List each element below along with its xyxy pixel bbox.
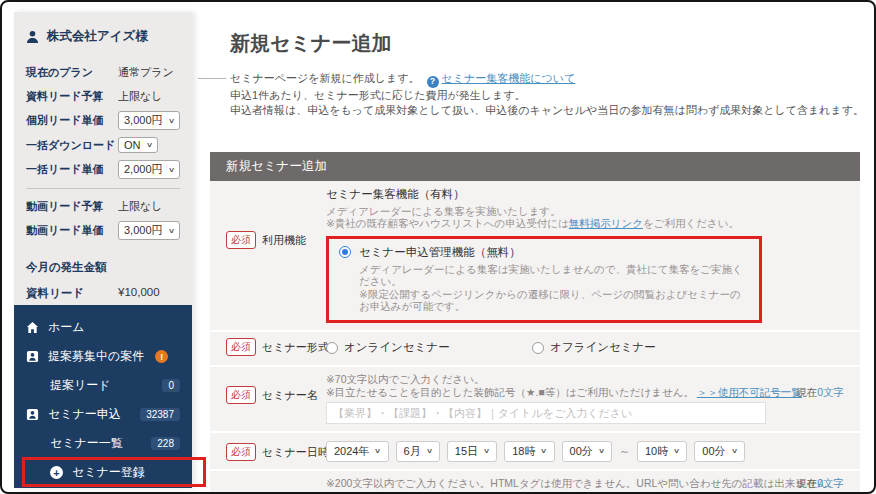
sidebar-item-seminar-register[interactable]: + セミナー登録: [14, 458, 192, 487]
person-card-icon: [26, 408, 39, 421]
intro-text: セミナーページを新規に作成します。?セミナー集客機能について 申込1件あたり、セ…: [230, 71, 864, 118]
end-hour-select[interactable]: 10時∨: [637, 441, 687, 462]
form-body: 必須 利用機能 セミナー集客機能（有料） メディアレーダーによる集客を実施いたし…: [210, 181, 860, 494]
account-panel: 株式会社アイズ様 現在のプラン 通常プラン 資料リード予算 上限なし 個別リード…: [14, 12, 192, 305]
end-minute-select[interactable]: 00分∨: [694, 441, 744, 462]
radio-option-offline[interactable]: オフラインセミナー: [532, 340, 656, 355]
billing-row: 資料リード ¥10,000: [26, 286, 180, 301]
main-content: 新規セミナー追加 セミナーページを新規に作成します。?セミナー集客機能について …: [198, 20, 864, 494]
field-label: セミナー名: [262, 386, 318, 403]
option-paid: セミナー集客機能（有料） メディアレーダーによる集客を実施いたします。 ※貴社の…: [326, 187, 844, 230]
sidebar-nav: ホーム 提案募集中の案件 ! 提案リード 0 セミナー申込: [14, 305, 192, 488]
name-help-2: ※目立たせることを目的とした装飾記号（★.■等）はご利用いただけません。 ＞＞使…: [326, 386, 844, 399]
option-paid-title: セミナー集客機能（有料）: [326, 187, 844, 202]
sidebar-item-home[interactable]: ホーム: [14, 313, 192, 342]
individual-lead-price-select[interactable]: 3,000円 ∨: [118, 111, 180, 130]
sidebar-item-seminar-list[interactable]: セミナー一覧 228: [14, 429, 192, 458]
forbidden-symbols-link[interactable]: ＞＞使用不可記号一覧: [697, 386, 802, 398]
field-label: 利用機能: [262, 231, 306, 248]
chevron-down-icon: ∨: [540, 447, 547, 455]
count-badge: 228: [151, 437, 180, 450]
intro-line-2: 申込1件あたり、セミナー形式に応じた費用が発生します。: [230, 88, 864, 103]
count-badge: 32387: [140, 408, 180, 421]
person-card-icon: [26, 350, 39, 363]
name-help-1: ※70文字以内でご入力ください。: [326, 373, 844, 386]
radio-option-online[interactable]: オンラインセミナー: [326, 340, 450, 355]
required-badge: 必須: [226, 386, 256, 404]
question-icon[interactable]: ?: [427, 76, 439, 88]
chevron-down-icon: ∨: [483, 447, 490, 455]
form-section-header: 新規セミナー追加: [210, 152, 860, 181]
day-select[interactable]: 15日∨: [447, 441, 497, 462]
chevron-down-icon: ∨: [168, 166, 175, 174]
range-tilde: ～: [619, 444, 630, 459]
sidebar: 株式会社アイズ様 現在のプラン 通常プラン 資料リード予算 上限なし 個別リード…: [14, 12, 192, 488]
plan-row: 資料リード予算 上限なし: [26, 87, 180, 105]
sidebar-item-open-proposals[interactable]: 提案募集中の案件 !: [14, 342, 192, 371]
plan-row: 一括リード単価 2,000円 ∨: [26, 160, 180, 179]
chevron-down-icon: ∨: [145, 141, 152, 149]
chevron-down-icon: ∨: [168, 117, 175, 125]
chevron-down-icon: ∨: [598, 447, 605, 455]
char-counter: 現在0文字: [796, 386, 844, 400]
radio-icon[interactable]: [532, 342, 544, 354]
billing-title: 今月の発生金額: [26, 260, 180, 275]
app-window: 株式会社アイズ様 現在のプラン 通常プラン 資料リード予算 上限なし 個別リード…: [0, 0, 876, 494]
bulk-lead-price-select[interactable]: 2,000円 ∨: [118, 160, 180, 179]
start-minute-select[interactable]: 00分∨: [562, 441, 612, 462]
bulk-download-select[interactable]: ON ∨: [118, 137, 158, 153]
start-hour-select[interactable]: 18時∨: [504, 441, 554, 462]
chevron-down-icon: ∨: [426, 447, 433, 455]
required-badge: 必須: [226, 338, 256, 356]
plan-row: 現在のプラン 通常プラン: [26, 63, 180, 81]
summary-help: ※200文字以内でご入力ください。HTMLタグは使用できません。URLや問い合わ…: [326, 477, 844, 490]
plus-circle-icon: +: [50, 466, 63, 479]
required-badge: 必須: [226, 443, 256, 461]
free-posting-link[interactable]: 無料掲示リンク: [569, 217, 643, 229]
plan-row: 一括ダウンロード ON ∨: [26, 136, 180, 154]
form-row-summary: 必須 セミナー概要 ※200文字以内でご入力ください。HTMLタグは使用できませ…: [210, 469, 860, 494]
plan-row: 動画リード単価 3,000円 ∨: [26, 221, 180, 240]
page-title: 新規セミナー追加: [230, 20, 864, 57]
chevron-down-icon: ∨: [168, 227, 175, 235]
seminar-feature-link[interactable]: セミナー集客機能について: [442, 72, 576, 84]
month-select[interactable]: 6月∨: [396, 441, 440, 462]
user-icon: [26, 30, 39, 43]
year-select[interactable]: 2024年∨: [326, 441, 389, 462]
plan-row: 個別リード単価 3,000円 ∨: [26, 111, 180, 130]
form-row-name: 必須 セミナー名 ※70文字以内でご入力ください。 ※目立たせることを目的とした…: [210, 365, 860, 431]
chevron-down-icon: ∨: [374, 447, 381, 455]
form-row-datetime: 必須 セミナー日時 2024年∨ 6月∨ 15日∨ 18時∨ 00分∨ ～ 10…: [210, 431, 860, 469]
field-label: セミナー日時: [262, 443, 329, 460]
radio-option-free[interactable]: セミナー申込管理機能（無料）: [339, 245, 749, 260]
form-row-feature: 必須 利用機能 セミナー集客機能（有料） メディアレーダーによる集客を実施いたし…: [210, 181, 860, 330]
alert-badge-icon: !: [155, 350, 168, 363]
chevron-down-icon: ∨: [731, 447, 738, 455]
radio-selected-icon[interactable]: [339, 246, 351, 258]
seminar-name-input[interactable]: [326, 402, 766, 424]
char-counter: 現在0文字: [796, 477, 844, 491]
home-icon: [26, 321, 39, 334]
chevron-down-icon: ∨: [673, 447, 680, 455]
plan-row: 動画リード予算 上限なし: [26, 197, 180, 215]
company-name: 株式会社アイズ様: [47, 28, 148, 45]
seminar-form: 新規セミナー追加 必須 利用機能 セミナー集客機能（有料） メディアレーダーによ…: [210, 152, 860, 494]
highlight-box-free-option: セミナー申込管理機能（無料） メディアレーダーによる集客は実施いたしませんので、…: [326, 236, 762, 323]
sidebar-item-proposal-leads[interactable]: 提案リード 0: [14, 371, 192, 400]
divider: [26, 188, 180, 189]
sidebar-item-seminar-applications[interactable]: セミナー申込 32387: [14, 400, 192, 429]
field-label: セミナー形式: [262, 338, 329, 355]
intro-line-3: 申込者情報は、申込をもって成果対象として扱い、申込後のキャンセルや当日の参加有無…: [230, 103, 864, 118]
form-row-format: 必須 セミナー形式 オンラインセミナー オフラインセミナー: [210, 330, 860, 365]
company-row: 株式会社アイズ様: [26, 28, 180, 45]
intro-line-1: セミナーページを新規に作成します。: [230, 72, 420, 84]
decorative-dash: [198, 78, 226, 79]
required-badge: 必須: [226, 231, 256, 249]
count-badge: 0: [162, 379, 180, 392]
radio-icon[interactable]: [326, 342, 338, 354]
video-lead-price-select[interactable]: 3,000円 ∨: [118, 221, 180, 240]
